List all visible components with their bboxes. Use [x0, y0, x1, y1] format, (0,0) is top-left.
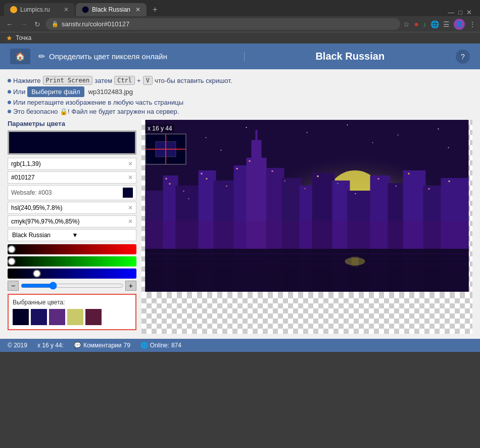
green-slider[interactable]: [8, 256, 136, 266]
rgb-input[interactable]: [8, 158, 125, 169]
print-screen-key: Print Screen: [43, 76, 93, 85]
dropdown-arrow-icon: ▼: [72, 232, 132, 239]
rgb-row: ✕: [8, 158, 136, 170]
work-area: Параметры цвета ✕ ✕ Websafe: #003 ✕: [8, 120, 472, 334]
bullet-1: [8, 79, 11, 82]
tab-favicon-lumpics: [10, 6, 17, 13]
blue-slider-thumb[interactable]: [33, 270, 41, 278]
hsl-clear-btn[interactable]: ✕: [125, 202, 136, 213]
bookmark-star-icon: ★: [6, 34, 13, 42]
blue-slider[interactable]: [8, 268, 136, 279]
color-panel: Параметры цвета ✕ ✕ Websafe: #003 ✕: [8, 120, 136, 334]
selected-colors-title: Выбранные цвета:: [13, 299, 131, 306]
instruction-2: Или Выберите файл wp3102483.jpg: [8, 86, 472, 97]
instruction-4: Это безопасно 🔒! Файл не будет загружен …: [8, 108, 472, 115]
city-image: [141, 120, 472, 292]
websafe-swatch: [123, 188, 133, 198]
hsl-row: ✕: [8, 202, 136, 214]
color-name-value: Black Russian: [12, 232, 72, 239]
online-count: 874: [171, 342, 181, 349]
tab-label-color: Black Russian: [92, 6, 130, 13]
websafe-row: Websafe: #003: [8, 185, 136, 200]
bookmark-bar: ★ Точка: [0, 32, 480, 43]
pencil-icon: ✏: [38, 52, 45, 61]
red-slider-thumb[interactable]: [8, 245, 16, 253]
tab-bar: Lumpics.ru ✕ Black Russian ✕ + — □ ✕: [0, 0, 480, 16]
comments-footer: 💬 Комментарии 79: [74, 342, 130, 349]
red-slider[interactable]: [8, 244, 136, 254]
swatch-5[interactable]: [85, 309, 102, 325]
footer: © 2019 x 16 y 44: 💬 Комментарии 79 🌐 Onl…: [0, 339, 480, 352]
copyright: © 2019: [8, 342, 27, 349]
zoom-in-btn[interactable]: +: [125, 281, 136, 291]
tab-favicon-color: [82, 6, 89, 13]
minimize-button[interactable]: —: [448, 9, 454, 16]
cmyk-input[interactable]: [8, 216, 125, 227]
bullet-4: [8, 110, 11, 113]
websafe-label: Websafe: #003: [11, 189, 52, 196]
tab-lumpics[interactable]: Lumpics.ru ✕: [4, 3, 75, 16]
selected-colors-panel: Выбранные цвета:: [8, 294, 136, 330]
bookmark-tochka[interactable]: Точка: [16, 34, 31, 41]
color-preview: [8, 130, 136, 155]
avatar-icon[interactable]: 👤: [454, 19, 465, 30]
extension-icon-globe[interactable]: 🌐: [430, 20, 439, 28]
tab-close-lumpics[interactable]: ✕: [64, 6, 69, 13]
page-header: 🏠 ✏ Определить цвет пикселя онлайн Black…: [0, 43, 480, 69]
filename-label: wp3102483.jpg: [88, 88, 133, 96]
lock-icon: 🔒: [52, 21, 59, 27]
transparent-area: [141, 293, 472, 334]
coords-label: x 16 y 44: [146, 124, 174, 133]
green-slider-thumb[interactable]: [8, 257, 16, 265]
tab-close-color[interactable]: ✕: [135, 6, 140, 13]
nav-bar: ← → ↻ 🔒 sanstv.ru/color#010127 ☆ ● ♪ 🌐 ☰…: [0, 16, 480, 32]
globe-icon: 🌐: [140, 342, 148, 349]
blue-slider-row: [8, 268, 136, 279]
instruction-3: Или перетащите изображение в любую часть…: [8, 99, 472, 106]
color-panel-title: Параметры цвета: [8, 120, 136, 127]
svg-rect-61: [146, 120, 469, 292]
swatch-4[interactable]: [67, 309, 83, 325]
swatch-1[interactable]: [13, 309, 29, 325]
extension-icon-red[interactable]: ●: [414, 20, 419, 29]
forward-button[interactable]: →: [18, 19, 29, 29]
menu-icon[interactable]: ⋮: [469, 20, 476, 28]
image-area[interactable]: x 16 y 44: [141, 120, 472, 334]
hex-row: ✕: [8, 171, 136, 184]
home-button[interactable]: 🏠: [10, 49, 30, 64]
comment-icon: 💬: [74, 342, 81, 349]
cmyk-clear-btn[interactable]: ✕: [125, 216, 136, 227]
header-color-name: Black Russian: [253, 51, 448, 62]
extension-icon-music[interactable]: ♪: [423, 20, 426, 28]
extension-icon-list[interactable]: ☰: [443, 20, 450, 28]
refresh-button[interactable]: ↻: [32, 19, 42, 29]
zoom-controls: − +: [8, 281, 136, 291]
coords-footer: x 16 y 44:: [37, 342, 64, 349]
swatch-3[interactable]: [49, 309, 65, 325]
bullet-3: [8, 101, 11, 104]
address-bar[interactable]: 🔒 sanstv.ru/color#010127: [45, 18, 400, 30]
hex-input[interactable]: [8, 172, 125, 183]
color-name-dropdown[interactable]: Black Russian ▼: [8, 229, 136, 241]
cmyk-row: ✕: [8, 215, 136, 228]
tab-color[interactable]: Black Russian ✕: [76, 3, 147, 16]
back-button[interactable]: ←: [4, 19, 15, 29]
zoom-out-btn[interactable]: −: [8, 281, 19, 291]
star-icon[interactable]: ☆: [403, 20, 410, 28]
rgb-clear-btn[interactable]: ✕: [125, 158, 136, 169]
instructions: Нажмите Print Screen затем Ctrl + V что-…: [8, 74, 472, 117]
slider-section: [8, 244, 136, 279]
help-button[interactable]: ?: [456, 50, 470, 64]
bullet-2: [8, 90, 11, 94]
close-button[interactable]: ✕: [466, 9, 472, 16]
browser-chrome: Lumpics.ru ✕ Black Russian ✕ + — □ ✕ ← →…: [0, 0, 480, 43]
swatch-2[interactable]: [31, 309, 47, 325]
hex-clear-btn[interactable]: ✕: [125, 172, 136, 183]
new-tab-button[interactable]: +: [148, 3, 162, 16]
hsl-input[interactable]: [8, 202, 125, 213]
zoom-slider[interactable]: [21, 282, 123, 290]
main-content: Нажмите Print Screen затем Ctrl + V что-…: [0, 69, 480, 339]
choose-file-button[interactable]: Выберите файл: [27, 86, 84, 97]
maximize-button[interactable]: □: [458, 9, 462, 16]
instruction-1: Нажмите Print Screen затем Ctrl + V что-…: [8, 76, 472, 85]
